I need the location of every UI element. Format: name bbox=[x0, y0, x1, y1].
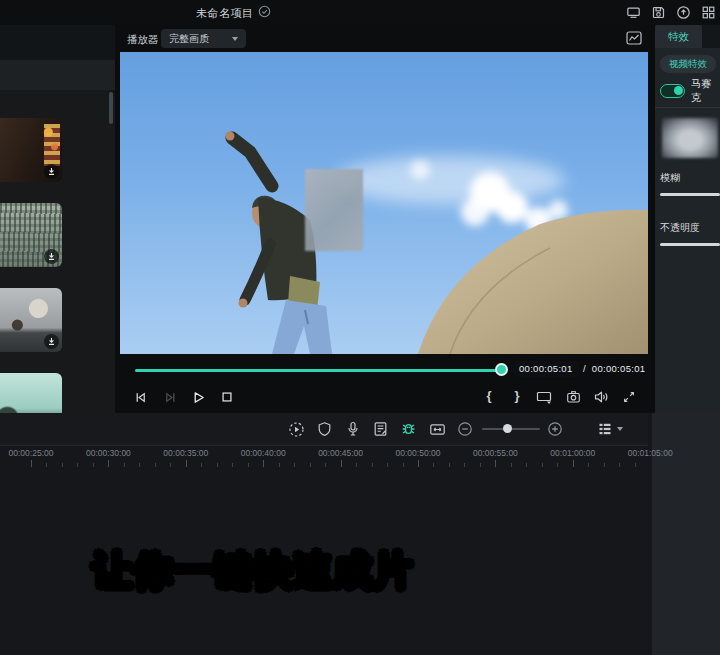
timeline-toolbar bbox=[0, 413, 648, 446]
cloud-upload-icon[interactable] bbox=[676, 5, 691, 20]
media-toolbar bbox=[0, 60, 115, 90]
script-icon[interactable] bbox=[371, 420, 389, 438]
ruler-label: 00:00:40:00 bbox=[241, 448, 286, 458]
mirror-to-device-icon[interactable] bbox=[535, 388, 553, 406]
zoom-in-icon[interactable] bbox=[546, 420, 564, 438]
ruler-label: 00:00:25:00 bbox=[9, 448, 54, 458]
video-effects-pill[interactable]: 视频特效 bbox=[660, 55, 716, 73]
timeline-ruler[interactable]: 00:00:25:0000:00:30:0000:00:35:0000:00:4… bbox=[0, 446, 648, 470]
ruler-tick bbox=[310, 463, 311, 467]
snapshot-camera-icon[interactable] bbox=[564, 388, 582, 406]
download-icon[interactable] bbox=[44, 334, 59, 349]
ruler-tick bbox=[464, 463, 465, 467]
video-effects-label: 视频特效 bbox=[669, 58, 707, 71]
ruler-tick bbox=[387, 463, 388, 467]
zoom-slider-handle[interactable] bbox=[503, 424, 512, 433]
ruler-tick bbox=[588, 463, 589, 467]
blur-slider[interactable] bbox=[660, 193, 720, 196]
ruler-tick bbox=[372, 463, 373, 467]
stop-icon[interactable] bbox=[218, 388, 236, 406]
ruler-tick bbox=[403, 463, 404, 467]
time-separator: / bbox=[583, 363, 586, 374]
ruler-label: 00:00:35:00 bbox=[163, 448, 208, 458]
save-icon[interactable] bbox=[651, 5, 666, 20]
next-frame-icon[interactable] bbox=[161, 388, 179, 406]
media-clip-city-aerial[interactable] bbox=[0, 203, 62, 267]
total-time: / 00:00:05:01 bbox=[583, 363, 645, 374]
opacity-slider[interactable] bbox=[660, 243, 720, 246]
mosaic-toggle[interactable] bbox=[660, 84, 685, 98]
duration: 00:00:05:01 bbox=[592, 363, 646, 374]
timeline-section: 00:00:25:0000:00:30:0000:00:35:0000:00:4… bbox=[0, 413, 720, 655]
ruler-label: 00:00:30:00 bbox=[86, 448, 131, 458]
speaker-icon[interactable] bbox=[592, 388, 610, 406]
mark-out-button[interactable]: } bbox=[508, 386, 526, 404]
microphone-icon[interactable] bbox=[344, 420, 362, 438]
player-label: 播放器 bbox=[127, 33, 159, 47]
play-icon[interactable] bbox=[189, 388, 207, 406]
download-icon[interactable] bbox=[44, 164, 59, 179]
tab-strip-filler bbox=[702, 25, 720, 48]
project-title: 未命名项目 bbox=[196, 6, 254, 21]
ruler-label: 00:01:05:00 bbox=[628, 448, 673, 458]
top-bar: 未命名项目 bbox=[0, 0, 720, 25]
snap-icon[interactable] bbox=[399, 420, 417, 438]
quality-selector[interactable]: 完整画质 bbox=[161, 29, 246, 48]
seek-bar[interactable] bbox=[135, 369, 503, 372]
ruler-label: 00:00:55:00 bbox=[473, 448, 518, 458]
ruler-label: 00:01:00:00 bbox=[550, 448, 595, 458]
quality-value: 完整画质 bbox=[169, 32, 209, 46]
ruler-tick bbox=[511, 463, 512, 467]
previous-frame-icon[interactable] bbox=[131, 388, 149, 406]
display-icon[interactable] bbox=[626, 5, 641, 20]
ruler-tick bbox=[294, 463, 295, 467]
ruler-tick bbox=[93, 463, 94, 467]
ruler-tick bbox=[217, 463, 218, 467]
ruler-tick bbox=[573, 460, 574, 467]
burned-in-subtitle: 让你一键快速成片 bbox=[93, 544, 413, 598]
fullscreen-icon[interactable] bbox=[620, 388, 638, 406]
ruler-label: 00:00:50:00 bbox=[396, 448, 441, 458]
video-editor-app: 未命名项目 bbox=[0, 0, 720, 655]
apps-grid-icon[interactable] bbox=[701, 5, 716, 20]
shield-icon[interactable] bbox=[315, 420, 333, 438]
transport-controls: { } bbox=[115, 382, 650, 413]
tab-effects[interactable]: 特效 bbox=[655, 25, 702, 48]
check-circle-icon bbox=[258, 5, 271, 18]
track-options-caret-icon[interactable] bbox=[617, 427, 623, 431]
ruler-tick bbox=[108, 460, 109, 467]
ruler-tick bbox=[46, 463, 47, 467]
ruler-tick bbox=[449, 463, 450, 467]
mosaic-effect-region[interactable] bbox=[305, 169, 363, 251]
zoom-out-icon[interactable] bbox=[456, 420, 474, 438]
seek-row: 00:00:05:01 / 00:00:05:01 bbox=[115, 358, 650, 382]
media-scrollbar[interactable] bbox=[109, 92, 113, 124]
media-clip-night-street[interactable] bbox=[0, 118, 62, 182]
download-icon[interactable] bbox=[44, 249, 59, 264]
ruler-tick bbox=[248, 463, 249, 467]
ruler-tick bbox=[526, 463, 527, 467]
mosaic-label: 马赛克 bbox=[691, 77, 720, 105]
auto-ripple-icon[interactable] bbox=[428, 420, 446, 438]
opacity-param-label: 不透明度 bbox=[660, 221, 700, 235]
mosaic-toggle-row: 马赛克 bbox=[660, 83, 720, 99]
effect-preview-thumbnail[interactable] bbox=[662, 118, 718, 158]
media-library-panel bbox=[0, 25, 115, 413]
ruler-tick bbox=[31, 460, 32, 467]
media-clip-hot-air-balloons[interactable] bbox=[0, 288, 62, 352]
ruler-tick bbox=[495, 460, 496, 467]
render-preview-icon[interactable] bbox=[287, 420, 305, 438]
tab-effects-label: 特效 bbox=[668, 30, 689, 44]
ruler-tick bbox=[139, 463, 140, 467]
mark-in-button[interactable]: { bbox=[480, 386, 498, 404]
divider bbox=[655, 107, 720, 108]
topbar-actions bbox=[626, 5, 716, 20]
ruler-tick bbox=[619, 463, 620, 467]
seek-handle[interactable] bbox=[495, 363, 508, 376]
ruler-tick bbox=[201, 463, 202, 467]
ruler-tick bbox=[170, 463, 171, 467]
player-panel: 播放器 完整画质 bbox=[115, 25, 650, 413]
histogram-icon[interactable] bbox=[626, 31, 642, 45]
track-layout-icon[interactable] bbox=[596, 420, 614, 438]
effects-panel: 特效 视频特效 马赛克 模糊 不透明度 bbox=[655, 25, 720, 413]
